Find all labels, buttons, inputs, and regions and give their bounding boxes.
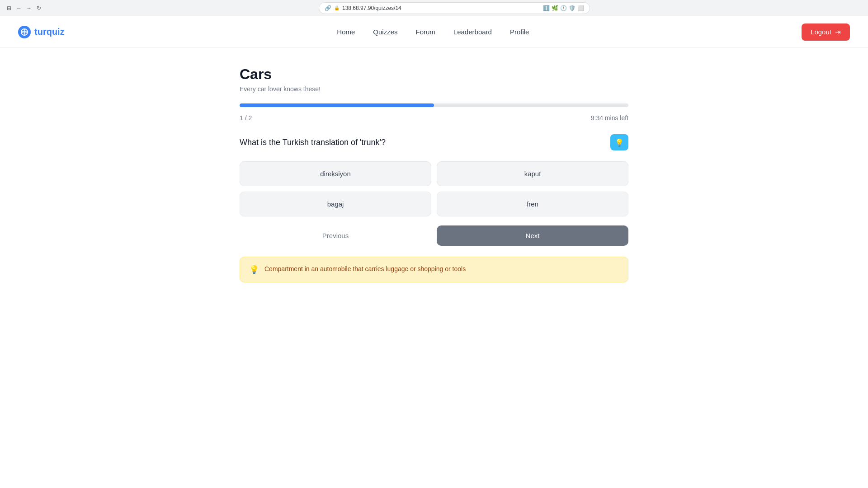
forward-button[interactable]: → <box>25 5 33 12</box>
hint-text: Compartment in an automobile that carrie… <box>264 264 466 274</box>
logout-label: Logout <box>811 28 831 36</box>
logo-icon <box>18 26 31 38</box>
nav-profile[interactable]: Profile <box>510 28 529 36</box>
progress-bar-fill <box>240 103 434 107</box>
logout-icon: ⇥ <box>835 28 841 36</box>
nav-home[interactable]: Home <box>337 28 355 36</box>
navbar: turquiz Home Quizzes Forum Leaderboard P… <box>0 16 868 48</box>
answer-option-1[interactable]: direksiyon <box>240 161 431 186</box>
browser-controls: ⊟ ← → ↻ <box>5 5 42 12</box>
lightbulb-icon: 💡 <box>615 138 624 147</box>
question-row: What is the Turkish translation of 'trun… <box>240 134 628 150</box>
nav-links: Home Quizzes Forum Leaderboard Profile <box>337 28 529 36</box>
answer-option-3[interactable]: bagaj <box>240 192 431 216</box>
back-button[interactable]: ← <box>15 5 23 12</box>
question-text: What is the Turkish translation of 'trun… <box>240 138 386 147</box>
progress-text: 1 / 2 <box>240 114 252 122</box>
logout-button[interactable]: Logout ⇥ <box>802 23 850 41</box>
answers-grid: direksiyon kaput bagaj fren <box>240 161 628 216</box>
url-text: 138.68.97.90/quizzes/14 <box>342 5 401 11</box>
next-button[interactable]: Next <box>437 225 628 246</box>
progress-bar-container <box>240 103 628 107</box>
logo[interactable]: turquiz <box>18 26 65 38</box>
lock-icon: 🔗 <box>325 5 331 11</box>
reload-button[interactable]: ↻ <box>35 5 42 12</box>
main-content: Cars Every car lover knows these! 1 / 2 … <box>231 66 637 282</box>
hint-box: 💡 Compartment in an automobile that carr… <box>240 257 628 282</box>
nav-leaderboard[interactable]: Leaderboard <box>453 28 492 36</box>
nav-buttons: Previous Next <box>240 225 628 246</box>
nav-forum[interactable]: Forum <box>416 28 435 36</box>
browser-chrome: ⊟ ← → ↻ 🔗 🔒 138.68.97.90/quizzes/14 ℹ️ 🌿… <box>0 0 868 16</box>
browser-extension-icons: ℹ️ 🌿 🕐 🛡️ ⬜ <box>543 5 584 11</box>
previous-button[interactable]: Previous <box>240 225 431 246</box>
time-left: 9:34 mins left <box>591 114 628 122</box>
lock-secure-icon: 🔒 <box>334 5 340 10</box>
progress-info: 1 / 2 9:34 mins left <box>240 114 628 122</box>
logo-text: turquiz <box>34 27 65 37</box>
hint-bulb-icon: 💡 <box>249 265 259 275</box>
tab-icon[interactable]: ⊟ <box>5 5 13 12</box>
answer-option-2[interactable]: kaput <box>437 161 628 186</box>
answer-option-4[interactable]: fren <box>437 192 628 216</box>
hint-button[interactable]: 💡 <box>610 134 628 150</box>
quiz-title: Cars <box>240 66 628 83</box>
address-bar[interactable]: 🔗 🔒 138.68.97.90/quizzes/14 ℹ️ 🌿 🕐 🛡️ ⬜ <box>319 2 590 14</box>
nav-quizzes[interactable]: Quizzes <box>373 28 397 36</box>
quiz-subtitle: Every car lover knows these! <box>240 85 628 93</box>
